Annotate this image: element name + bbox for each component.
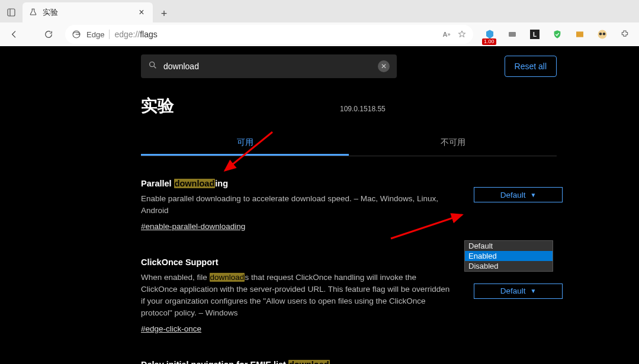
extension-idm[interactable]: 1.00: [480, 25, 499, 44]
flag-tabs: 可用 不可用: [141, 131, 557, 156]
extension-icon-2[interactable]: L: [525, 25, 544, 44]
svg-rect-0: [8, 9, 15, 16]
favorite-icon[interactable]: [457, 29, 467, 40]
search-input[interactable]: [163, 62, 372, 71]
flag-select[interactable]: Default▼: [474, 187, 563, 202]
omnibox-url: edge://flags: [114, 30, 157, 39]
tab-available[interactable]: 可用: [141, 131, 349, 156]
flag-select[interactable]: Default▼: [474, 284, 563, 299]
flag-item: Delay initial navigation for EMIE list d…: [141, 360, 557, 365]
browser-tab[interactable]: 实验 ×: [23, 2, 153, 22]
tab-actions-button[interactable]: [2, 2, 20, 22]
search-icon: [148, 60, 158, 72]
dropdown-option[interactable]: Disabled: [465, 261, 553, 271]
svg-point-7: [599, 33, 602, 36]
svg-point-6: [598, 30, 607, 39]
clear-search-icon[interactable]: ✕: [378, 60, 390, 72]
flag-anchor-link[interactable]: #enable-parallel-downloading: [141, 222, 245, 231]
flag-anchor-link[interactable]: #edge-click-once: [141, 324, 201, 333]
reset-all-button[interactable]: Reset all: [505, 56, 557, 77]
svg-line-10: [154, 66, 156, 68]
version-text: 109.0.1518.55: [340, 105, 386, 113]
tab-unavailable[interactable]: 不可用: [349, 131, 557, 156]
flag-title: Delay initial navigation for EMIE list d…: [141, 360, 557, 365]
browser-chrome: 实验 × + Edge edge://flags A» 1.00: [0, 0, 639, 46]
separator: [109, 30, 110, 39]
flag-item: Parallel downloading Enable parallel dow…: [141, 179, 557, 231]
close-icon[interactable]: ×: [136, 7, 147, 18]
refresh-button[interactable]: [39, 25, 58, 44]
extension-icon-3[interactable]: [570, 25, 589, 44]
svg-point-9: [150, 62, 155, 67]
svg-rect-4: [509, 32, 516, 37]
new-tab-button[interactable]: +: [155, 5, 173, 22]
flags-page: ✕ Reset all 实验 109.0.1518.55 可用 不可用 Para…: [0, 46, 639, 364]
back-button[interactable]: [5, 25, 24, 44]
address-bar[interactable]: Edge edge://flags A»: [65, 25, 473, 44]
page-title: 实验: [141, 95, 174, 117]
edge-icon: [71, 29, 82, 40]
flag-description: Enable parallel downloading to accelerat…: [141, 193, 455, 217]
shield-icon[interactable]: [548, 25, 567, 44]
chevron-down-icon: ▼: [530, 288, 536, 294]
flag-select-dropdown[interactable]: Default Enabled Disabled: [464, 240, 553, 272]
toolbar: Edge edge://flags A» 1.00 L: [0, 22, 639, 46]
extensions-puzzle-icon[interactable]: [615, 25, 634, 44]
flask-icon: [28, 8, 38, 17]
search-box[interactable]: ✕: [141, 54, 397, 78]
omnibox-label: Edge: [86, 30, 104, 39]
dropdown-option[interactable]: Enabled: [465, 251, 553, 261]
tab-title: 实验: [43, 8, 131, 18]
profile-icon[interactable]: [593, 25, 612, 44]
extension-icon-1[interactable]: [503, 25, 522, 44]
flag-description: When enabled, file downloads that reques…: [141, 272, 455, 320]
chevron-down-icon: ▼: [530, 192, 536, 198]
read-aloud-icon[interactable]: A»: [441, 29, 452, 40]
svg-point-8: [603, 33, 606, 36]
svg-rect-5: [576, 31, 583, 37]
dropdown-option[interactable]: Default: [465, 241, 553, 251]
tab-strip: 实验 × +: [0, 0, 639, 22]
